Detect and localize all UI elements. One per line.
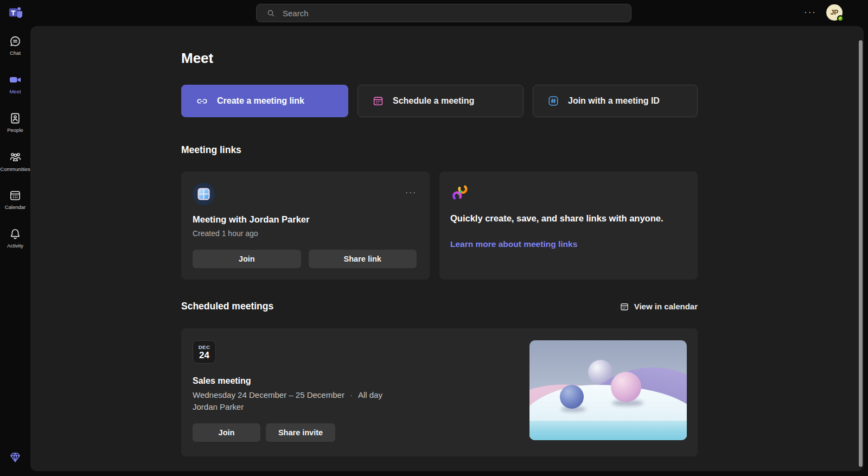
sidebar-item-label: People [7, 127, 23, 133]
event-all-day: All day [358, 390, 382, 399]
create-meeting-link-button[interactable]: Create a meeting link [181, 85, 348, 117]
sidebar-item-label: Meet [9, 88, 21, 94]
sidebar-item-label: Communities [0, 166, 30, 172]
sidebar-item-activity[interactable]: Activity [0, 219, 30, 257]
join-with-meeting-id-button[interactable]: Join with a meeting ID [533, 85, 698, 117]
sidebar-item-meet[interactable]: Meet [0, 65, 30, 103]
people-group-icon [9, 150, 22, 164]
view-in-calendar-button[interactable]: View in calendar [620, 302, 698, 312]
page-title: Meet [181, 50, 698, 66]
search-bar[interactable] [256, 4, 631, 22]
calendar-icon [620, 302, 629, 312]
video-camera-icon [9, 73, 22, 86]
scheduled-meetings-heading: Scheduled meetings [181, 301, 273, 312]
chat-icon [9, 35, 22, 48]
teams-app-window: ··· JP ✓ Chat Meet [0, 0, 868, 476]
action-buttons-row: Create a meeting link Schedule [181, 85, 698, 117]
join-button[interactable]: Join [193, 250, 301, 268]
meeting-artwork-image [529, 340, 687, 440]
event-date-badge: DEC 24 [193, 340, 216, 364]
bell-icon [9, 227, 22, 240]
schedule-meeting-button[interactable]: Schedule a meeting [358, 85, 524, 117]
teams-logo-icon [8, 5, 23, 20]
meeting-link-title: Meeting with Jordan Parker [193, 214, 417, 225]
avatar-initials: JP [831, 9, 839, 16]
meeting-link-avatar [193, 183, 215, 205]
app-rail: Chat Meet People [0, 26, 30, 476]
more-options-button[interactable]: ··· [804, 7, 816, 18]
meeting-links-info-card: Quickly create, save, and share links wi… [439, 172, 698, 280]
scheduled-meeting-card[interactable]: DEC 24 Sales meeting Wednesday 24 Decemb… [181, 328, 698, 456]
artwork-pink-sphere [611, 372, 641, 402]
share-invite-button[interactable]: Share invite [266, 423, 335, 442]
main-panel: Meet Create a meeting link [30, 26, 864, 471]
presence-available-icon: ✓ [837, 15, 844, 22]
search-input[interactable] [283, 9, 608, 18]
meeting-link-card[interactable]: ··· Meeting with Jordan Parker Created 1… [181, 172, 430, 280]
artwork-glass-sphere [588, 360, 613, 385]
meeting-link-created: Created 1 hour ago [193, 229, 417, 238]
sidebar-item-communities[interactable]: Communities [0, 142, 30, 180]
button-label: Create a meeting link [217, 96, 304, 106]
button-label: Schedule a meeting [393, 96, 474, 106]
meet-page: Meet Create a meeting link [181, 50, 698, 456]
sidebar-item-people[interactable]: People [0, 103, 30, 142]
colorful-link-icon [450, 183, 682, 202]
view-in-calendar-label: View in calendar [634, 302, 698, 311]
event-date-range: Wednesday 24 December – 25 December [193, 390, 344, 399]
sidebar-item-label: Activity [7, 243, 23, 249]
window-icon [197, 187, 210, 201]
join-button[interactable]: Join [193, 423, 260, 442]
meeting-links-cards: ··· Meeting with Jordan Parker Created 1… [181, 172, 698, 280]
contact-card-icon [9, 112, 22, 125]
learn-more-link[interactable]: Learn more about meeting links [450, 239, 577, 249]
sidebar-item-label: Calendar [5, 204, 26, 210]
sidebar-item-premium[interactable] [0, 450, 30, 464]
search-icon [266, 9, 276, 18]
separator-dot: · [350, 390, 353, 399]
artwork-blue-sphere [560, 385, 584, 409]
avatar[interactable]: JP ✓ [826, 4, 843, 21]
artwork-water [529, 421, 687, 440]
button-label: Join with a meeting ID [568, 96, 660, 106]
calendar-icon [9, 189, 22, 202]
sidebar-item-label: Chat [10, 50, 21, 56]
calendar-icon [372, 95, 384, 107]
top-bar: ··· JP ✓ [0, 0, 868, 26]
vertical-scrollbar[interactable] [859, 40, 863, 467]
event-month: DEC [199, 344, 210, 350]
sidebar-item-calendar[interactable]: Calendar [0, 180, 30, 219]
hash-icon [547, 95, 559, 107]
share-link-button[interactable]: Share link [309, 250, 417, 268]
card-more-options-button[interactable]: ··· [405, 187, 417, 196]
meeting-links-info-text: Quickly create, save, and share links wi… [450, 212, 682, 224]
sidebar-item-chat[interactable]: Chat [0, 26, 30, 65]
gem-icon [8, 450, 22, 464]
event-day: 24 [199, 350, 209, 360]
link-icon [196, 95, 208, 107]
meeting-links-heading: Meeting links [181, 144, 698, 156]
